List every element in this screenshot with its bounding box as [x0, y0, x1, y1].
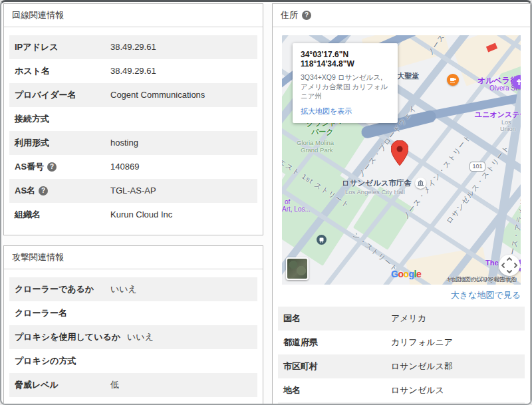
park-label: パーク: [311, 128, 334, 136]
row-value: いいえ: [127, 331, 154, 344]
row-label: IPアドレス: [15, 41, 110, 54]
row-label: 地名: [283, 384, 391, 397]
map-attribution: キーボード ショートカット 地図データ ©2026 Google 利用規約 地図…: [282, 275, 521, 285]
poi-label-union-en: Los: [501, 119, 511, 126]
info-window-address: 3Q34+XQ9 ロサンゼルス, アメリカ合衆国 カリフォルニア州: [301, 72, 390, 100]
table-row: プロキシを使用しているか いいえ: [9, 325, 257, 349]
row-value: ロサンゼルス郡: [391, 360, 453, 373]
table-row: [278, 402, 525, 405]
enlarge-map-link[interactable]: 拡大地図を表示: [301, 106, 390, 116]
row-label: プロキシの方式: [15, 354, 110, 368]
row-value: アメリカ: [391, 312, 426, 325]
row-value: Kurun Cloud Inc: [110, 208, 172, 221]
row-label: 利用形式: [15, 136, 110, 150]
route-101-shield: 101: [469, 162, 485, 172]
poi-label-union-en: Union: [500, 126, 516, 132]
row-label: 組織名: [15, 208, 110, 221]
table-row: 組織名 Kurun Cloud Inc: [9, 203, 257, 227]
row-value: Cogent Communications: [110, 88, 205, 102]
park-label-en: Gloria Molina: [297, 139, 334, 146]
pan-control[interactable]: [499, 255, 520, 276]
view-larger-map-link[interactable]: 大きな地図で見る: [278, 285, 525, 305]
poi-label-art: of: [285, 198, 290, 205]
row-label: 接続方式: [15, 112, 110, 126]
panel-line-info: 回線関連情報 IPアドレス 38.49.29.61 ホスト名 38.49.29.…: [3, 3, 263, 235]
table-row: 接続方式: [9, 107, 257, 131]
table-row: 脅威レベル 低: [9, 373, 257, 397]
row-value: 140869: [110, 160, 139, 174]
table-row: AS名 ? TGL-AS-AP: [9, 179, 257, 203]
row-value: カリフォルニア: [391, 336, 453, 349]
row-label: 脅威レベル: [15, 378, 110, 392]
park-label-en: Grand Park: [301, 146, 333, 154]
row-label: AS番号 ?: [15, 160, 110, 174]
help-icon[interactable]: ?: [47, 162, 57, 172]
table-row: 都道府県 カリフォルニア: [278, 331, 525, 354]
row-label: 都道府県: [283, 336, 391, 349]
table-row: プロバイダー名 Cogent Communications: [9, 83, 257, 107]
table-row: 市区町村 ロサンゼルス郡: [278, 354, 525, 378]
panel-address-header: 住所 ?: [273, 4, 530, 27]
row-label: プロキシを使用しているか: [15, 331, 127, 344]
panel-attack-info: 攻撃関連情報 クローラーであるか いいえ クローラー名 プロキシを使用しているか…: [3, 245, 263, 405]
row-value: hosting: [110, 136, 138, 150]
city-hall-icon: [415, 178, 426, 189]
help-icon[interactable]: ?: [302, 11, 311, 20]
table-row: クローラー名: [9, 301, 257, 325]
cafe-icon: [447, 74, 459, 86]
google-map[interactable]: ノース ノース・ブロードウェイ エスト 1st ストリート ノース・メイン・スト…: [282, 35, 521, 285]
row-label: クローラーであるか: [15, 283, 110, 296]
row-label: AS名 ?: [15, 184, 110, 198]
panel-address-title: 住所: [281, 9, 298, 21]
row-label: プロバイダー名: [15, 88, 110, 102]
info-window-coordinates: 34°03'17.6"N 118°14'34.8"W: [301, 50, 390, 68]
row-value: 38.49.29.61: [110, 41, 156, 54]
panel-address: 住所 ?: [272, 3, 531, 405]
map-info-window: 34°03'17.6"N 118°14'34.8"W 3Q34+XQ9 ロサンゼ…: [293, 43, 398, 123]
row-value: TGL-AS-AP: [110, 184, 156, 198]
row-value: 38.49.29.61: [110, 65, 156, 78]
table-row: IPアドレス 38.49.29.61: [9, 35, 257, 59]
table-row: AS番号 ? 140869: [9, 155, 257, 179]
row-label: 市区町村: [283, 360, 391, 373]
report-map-error-link[interactable]: 地図の誤りを報告する: [460, 276, 517, 284]
panel-line-info-title: 回線関連情報: [12, 9, 64, 21]
page: 回線関連情報 IPアドレス 38.49.29.61 ホスト名 38.49.29.…: [0, 0, 532, 405]
table-row: 地名 ロサンゼルス: [278, 378, 525, 402]
row-value: ロサンゼルス: [391, 384, 444, 397]
table-row: ホスト名 38.49.29.61: [9, 59, 257, 83]
help-icon[interactable]: ?: [39, 186, 48, 196]
table-row: プロキシの方式: [9, 349, 257, 373]
table-row: 利用形式 hosting: [9, 131, 257, 155]
panel-attack-info-title: 攻撃関連情報: [12, 251, 64, 263]
table-row: クローラーであるか いいえ: [9, 277, 257, 301]
place-label-city-hall-en: Los Angeles City Hall: [345, 188, 405, 196]
poi-label-union: ユニオンステー: [475, 110, 521, 120]
panel-line-info-header: 回線関連情報: [4, 4, 263, 27]
row-value: 低: [110, 378, 119, 392]
transit-icon: [317, 235, 327, 245]
table-row: 国名 アメリカ: [278, 307, 525, 331]
panel-attack-info-header: 攻撃関連情報: [4, 246, 263, 269]
place-label-city-hall: ロサンゼルス市庁舎: [342, 178, 412, 188]
row-label: クローラー名: [15, 307, 110, 320]
row-value: いいえ: [110, 283, 137, 296]
row-label: 国名: [283, 312, 391, 325]
poi-label-art: Art, Los...: [282, 205, 311, 213]
row-label: ホスト名: [15, 65, 110, 78]
